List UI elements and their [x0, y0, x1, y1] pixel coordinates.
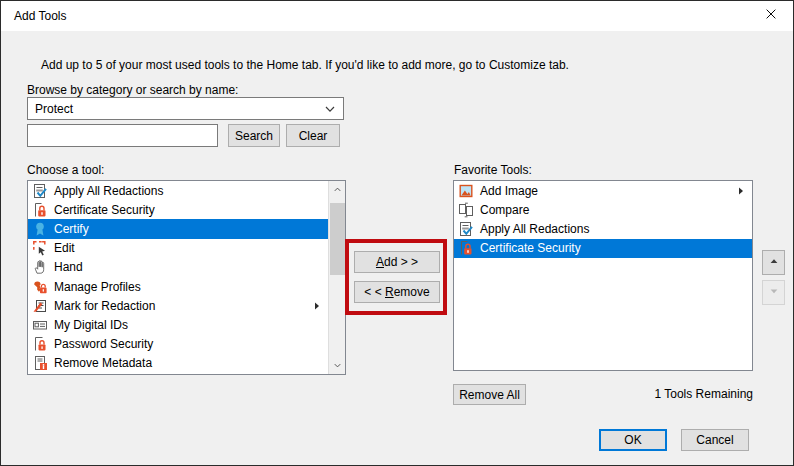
chevron-down-icon: [322, 101, 338, 117]
tool-item-manage-profiles[interactable]: Manage Profiles: [28, 277, 328, 296]
password-security-icon: [32, 336, 48, 352]
certify-icon: [32, 221, 48, 237]
tool-item-label: Password Security: [54, 337, 153, 351]
scroll-up-icon[interactable]: [329, 181, 346, 198]
arrow-up-icon: [768, 255, 780, 270]
tool-item-password-security[interactable]: Password Security: [28, 335, 328, 354]
tool-item-label: Apply All Redactions: [54, 184, 163, 198]
add-tools-dialog: Add Tools Add up to 5 of your most used …: [0, 0, 794, 466]
search-button-label: Search: [235, 129, 273, 143]
tool-item-label: Manage Profiles: [54, 280, 141, 294]
submenu-arrow-icon: [313, 302, 321, 310]
ok-button[interactable]: OK: [599, 429, 667, 451]
apply-all-redactions-icon: [458, 221, 474, 237]
certificate-security-icon: [32, 202, 48, 218]
tool-item-remove-metadata[interactable]: Remove Metadata: [28, 354, 328, 373]
tools-remaining-text: 1 Tools Remaining: [561, 387, 753, 401]
manage-profiles-icon: [32, 279, 48, 295]
clear-button-label: Clear: [299, 129, 328, 143]
hand-icon: [32, 259, 48, 275]
tool-item-mark-for-redaction[interactable]: Mark for Redaction: [28, 296, 328, 315]
tool-item-my-digital-ids[interactable]: My Digital IDs: [28, 315, 328, 334]
search-button[interactable]: Search: [228, 124, 280, 147]
tool-item-label: My Digital IDs: [54, 318, 128, 332]
tool-item-label: Remove Metadata: [54, 356, 152, 370]
scrollbar-thumb[interactable]: [330, 203, 345, 275]
choose-tool-list[interactable]: Apply All RedactionsCertificate Security…: [27, 180, 346, 375]
tool-item-label: Edit: [54, 241, 75, 255]
certificate-security-icon: [458, 240, 474, 256]
choose-tool-label: Choose a tool:: [27, 163, 104, 177]
add-button[interactable]: Add > >: [354, 251, 440, 273]
apply-all-redactions-icon: [32, 183, 48, 199]
tool-item-certificate-security[interactable]: Certificate Security: [454, 239, 752, 258]
tool-item-apply-all-redactions[interactable]: Apply All Redactions: [454, 219, 752, 238]
category-dropdown-value: Protect: [28, 102, 322, 116]
clear-button[interactable]: Clear: [286, 124, 340, 147]
category-dropdown[interactable]: Protect: [27, 97, 344, 120]
tool-item-certify[interactable]: Certify: [28, 219, 328, 238]
remove-all-label: Remove All: [459, 388, 520, 402]
titlebar: Add Tools: [1, 1, 793, 31]
favorite-tools-label: Favorite Tools:: [454, 163, 532, 177]
move-up-button[interactable]: [762, 250, 785, 275]
tool-item-label: Compare: [480, 203, 529, 217]
cancel-button[interactable]: Cancel: [681, 429, 749, 451]
search-input[interactable]: [27, 124, 218, 147]
tool-item-certificate-security[interactable]: Certificate Security: [28, 200, 328, 219]
submenu-arrow-icon: [737, 187, 745, 195]
tool-item-hand[interactable]: Hand: [28, 258, 328, 277]
browse-label: Browse by category or search by name:: [27, 83, 238, 97]
tool-item-label: Apply All Redactions: [480, 222, 589, 236]
favorite-tools-list[interactable]: Add ImageCompareApply All RedactionsCert…: [453, 180, 753, 371]
tool-item-apply-all-redactions[interactable]: Apply All Redactions: [28, 181, 328, 200]
remove-metadata-icon: [32, 355, 48, 371]
close-button[interactable]: [748, 1, 793, 30]
tool-item-label: Mark for Redaction: [54, 299, 155, 313]
scroll-down-icon[interactable]: [329, 357, 346, 374]
tool-item-label: Certify: [54, 222, 89, 236]
tool-item-add-image[interactable]: Add Image: [454, 181, 752, 200]
cancel-button-label: Cancel: [696, 433, 733, 447]
edit-icon: [32, 240, 48, 256]
intro-text: Add up to 5 of your most used tools to t…: [41, 58, 569, 72]
tool-item-label: Hand: [54, 260, 83, 274]
tool-item-label: Add Image: [480, 184, 538, 198]
mark-for-redaction-icon: [32, 298, 48, 314]
close-icon: [764, 7, 778, 24]
compare-icon: [458, 202, 474, 218]
move-down-button[interactable]: [762, 280, 785, 305]
scrollbar[interactable]: [328, 181, 345, 374]
tool-item-compare[interactable]: Compare: [454, 200, 752, 219]
tool-item-label: Certificate Security: [480, 241, 581, 255]
tool-item-label: Certificate Security: [54, 203, 155, 217]
tool-item-edit[interactable]: Edit: [28, 239, 328, 258]
add-image-icon: [458, 183, 474, 199]
remove-button[interactable]: < < Remove: [354, 281, 440, 303]
my-digital-ids-icon: [32, 317, 48, 333]
ok-button-label: OK: [624, 433, 641, 447]
remove-all-button[interactable]: Remove All: [453, 384, 526, 405]
arrow-down-icon: [768, 285, 780, 300]
window-title: Add Tools: [14, 1, 66, 31]
